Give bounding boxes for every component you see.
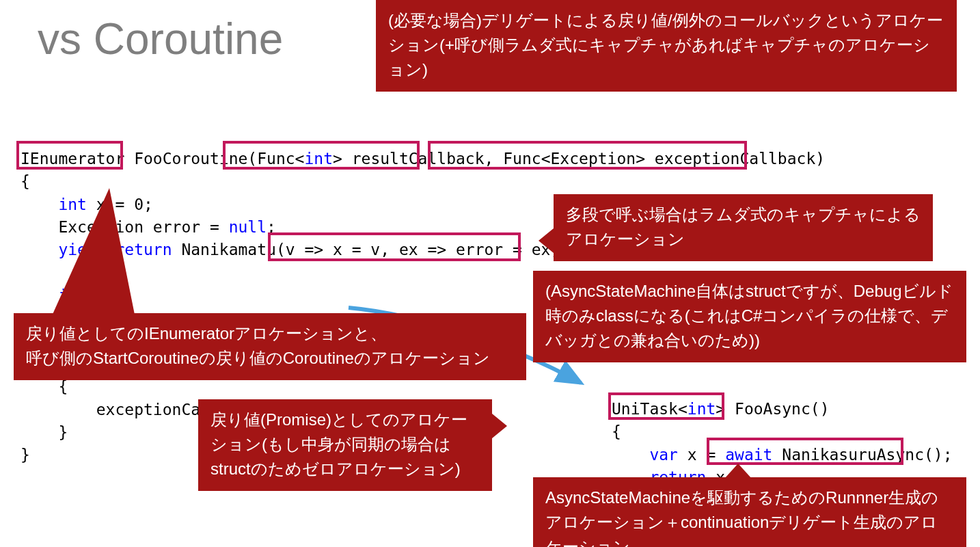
code-keyword: int [688, 400, 716, 418]
code-token: ; [267, 218, 276, 236]
code-token: v => x = v, ex => error = ex); [286, 241, 569, 258]
callout-promise-allocation: 戻り値(Promise)としてのアロケーション(もし中身が同期の場合はstruc… [198, 399, 492, 491]
slide-title: vs Coroutine [38, 14, 283, 64]
code-token: > resultCallback [333, 150, 485, 168]
callout6-pointer-icon [724, 464, 752, 479]
code-token: NanikasuruAsync() [772, 446, 942, 464]
code-token: } [21, 446, 30, 464]
callout-asyncstatemachine-note: (AsyncStateMachine自体はstructですが、Debugビルド時… [533, 271, 966, 362]
code-async: UniTask<int> FooAsync() { var x = await … [612, 398, 953, 489]
code-token: > [716, 400, 725, 418]
code-token: { [21, 172, 30, 190]
code-token: FooCoroutine( [124, 150, 257, 168]
code-token: Func< [257, 150, 304, 168]
code-token: { [21, 377, 68, 395]
callout4-pointer-icon [48, 188, 137, 325]
code-keyword: null [229, 218, 267, 236]
code-token: x = [678, 446, 725, 464]
code-token: ) [815, 150, 825, 168]
code-token: exceptionCall [21, 401, 219, 418]
callout-ienumerator-allocation: 戻り値としてのIEnumeratorアロケーションと、 呼び側のStartCor… [14, 313, 526, 380]
code-token: } [21, 423, 68, 441]
code-token: FooAsync() [725, 400, 829, 418]
code-token: ; [943, 446, 953, 464]
code-token: UniTask< [612, 400, 688, 418]
callout-lambda-capture: 多段で呼ぶ場合はラムダ式のキャプチャによるアロケーション [554, 194, 933, 261]
callout-delegate-allocation: (必要な場合)デリゲートによる戻り値/例外のコールバックというアロケーション(+… [376, 0, 957, 92]
code-token: , [485, 150, 504, 168]
code-keyword: await [725, 446, 772, 464]
callout-runner-allocation: AsyncStateMachineを駆動するためのRunnner生成のアロケーシ… [533, 477, 966, 547]
code-keyword: int [304, 150, 333, 168]
code-token: Nanikamatu( [172, 241, 286, 258]
callout5-pointer-icon [492, 414, 507, 438]
code-token: { [612, 423, 621, 440]
slide: vs Coroutine (必要な場合)デリゲートによる戻り値/例外のコールバッ… [0, 0, 980, 547]
code-keyword: var [612, 446, 678, 464]
code-token: Func<Exception> exceptionCallback [503, 150, 815, 168]
code-token: IEnumerator [21, 150, 124, 168]
callout2-pointer-icon [539, 228, 554, 253]
